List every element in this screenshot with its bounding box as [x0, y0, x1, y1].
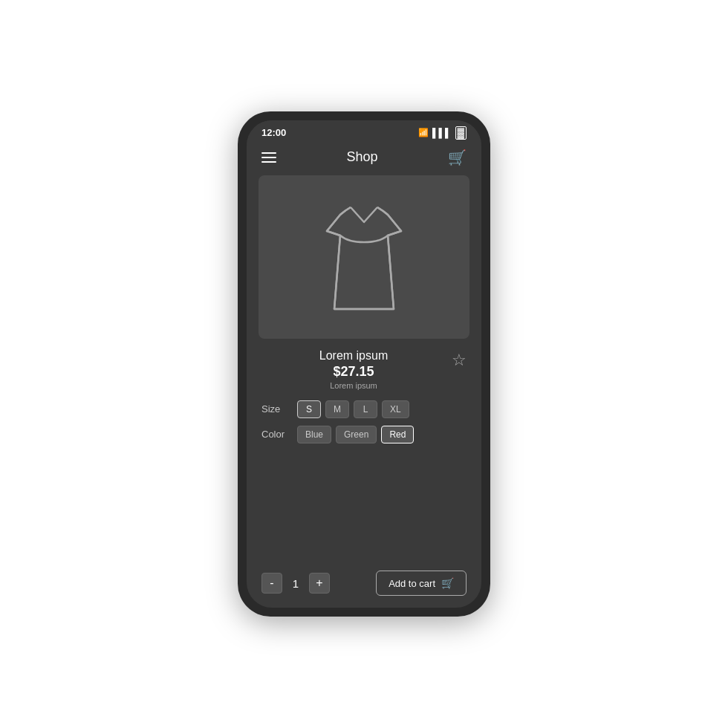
hamburger-line-3 [261, 161, 276, 163]
product-name: Lorem ipsum [319, 349, 388, 363]
quantity-control: - 1 + [261, 573, 330, 594]
bottom-action-bar: - 1 + Add to cart 🛒 [247, 565, 481, 608]
hamburger-line-2 [261, 157, 276, 158]
size-options: S M L XL [297, 400, 409, 418]
color-option-green[interactable]: Green [336, 426, 377, 443]
product-image-area [259, 175, 469, 339]
size-row: Size S M L XL [261, 400, 467, 418]
add-to-cart-button[interactable]: Add to cart 🛒 [376, 571, 467, 596]
add-to-cart-icon: 🛒 [441, 577, 454, 589]
status-icons: 📶 ▌▌▌ ▓ [418, 126, 467, 140]
add-to-cart-label: Add to cart [389, 578, 435, 589]
phone-screen: 12:00 📶 ▌▌▌ ▓ Shop 🛒 [247, 120, 481, 608]
phone-frame: 12:00 📶 ▌▌▌ ▓ Shop 🛒 [238, 111, 490, 617]
product-info-section: Lorem ipsum $27.15 Lorem ipsum ☆ [247, 339, 481, 396]
cart-header-button[interactable]: 🛒 [448, 149, 467, 166]
product-text-block: Lorem ipsum $27.15 Lorem ipsum [261, 349, 446, 390]
page-title: Shop [346, 149, 377, 165]
menu-button[interactable] [261, 152, 276, 163]
quantity-increase-button[interactable]: + [309, 573, 330, 594]
app-header: Shop 🛒 [247, 143, 481, 175]
hamburger-line-1 [261, 152, 276, 154]
size-option-l[interactable]: L [354, 400, 377, 418]
battery-icon: ▓ [455, 126, 467, 140]
size-label: Size [261, 403, 290, 415]
quantity-value: 1 [290, 577, 302, 590]
size-option-s[interactable]: S [297, 400, 321, 418]
options-section: Size S M L XL Color Blue Green Red [247, 396, 481, 455]
wifi-icon: 📶 [418, 128, 429, 137]
color-row: Color Blue Green Red [261, 426, 467, 443]
color-option-blue[interactable]: Blue [297, 426, 331, 443]
quantity-decrease-button[interactable]: - [261, 573, 282, 594]
dress-image [312, 194, 416, 320]
product-price: $27.15 [333, 364, 374, 380]
status-bar: 12:00 📶 ▌▌▌ ▓ [247, 120, 481, 143]
wishlist-button[interactable]: ☆ [452, 351, 467, 370]
color-options: Blue Green Red [297, 426, 414, 443]
color-option-red[interactable]: Red [381, 426, 414, 443]
color-label: Color [261, 429, 290, 440]
size-option-xl[interactable]: XL [382, 400, 409, 418]
size-option-m[interactable]: M [325, 400, 349, 418]
signal-icon: ▌▌▌ [432, 128, 452, 138]
product-description: Lorem ipsum [330, 381, 377, 390]
status-time: 12:00 [261, 127, 286, 138]
